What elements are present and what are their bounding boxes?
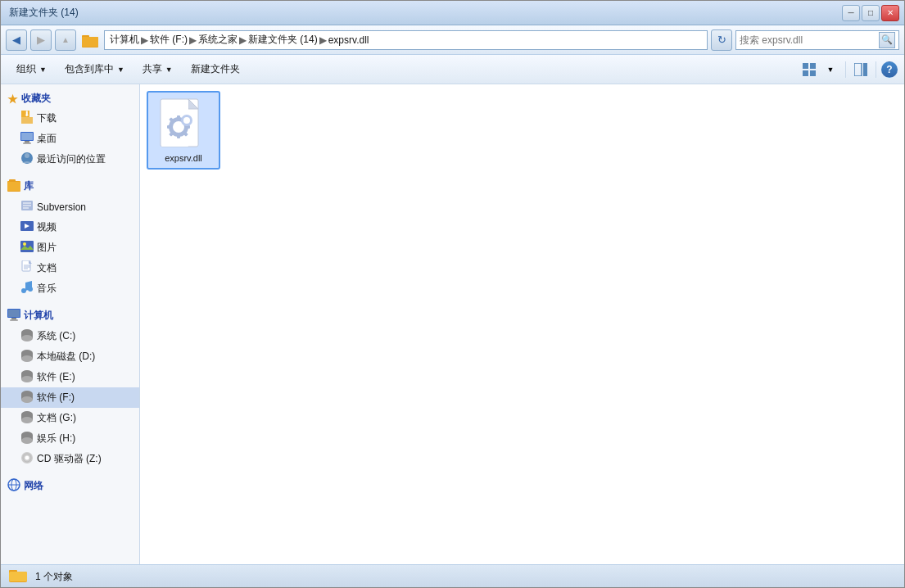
image-icon [20, 240, 34, 256]
breadcrumb-computer[interactable]: 计算机 [110, 33, 139, 47]
desktop-icon [20, 131, 34, 147]
svg-point-28 [23, 242, 26, 246]
sidebar-item-cd-z[interactable]: CD 驱动器 (Z:) [1, 449, 139, 469]
sidebar-item-image[interactable]: 图片 [1, 237, 139, 258]
sidebar-header-computer[interactable]: 计算机 [1, 305, 139, 326]
svg-point-42 [21, 335, 33, 341]
svg-point-54 [21, 417, 33, 423]
svg-rect-4 [810, 63, 816, 69]
file-name-expsrv: expsrv.dll [165, 153, 202, 163]
svg-rect-10 [21, 117, 33, 124]
view-button[interactable] [799, 60, 819, 79]
subversion-icon [20, 199, 34, 215]
sidebar-section-network: 网络 [1, 476, 139, 496]
svg-rect-2 [82, 37, 98, 47]
svg-rect-5 [803, 70, 808, 76]
disk-c-icon [20, 328, 34, 344]
breadcrumb-expsrv[interactable]: expsrv.dll [328, 34, 369, 46]
svg-point-59 [25, 456, 29, 460]
status-text: 1 个对象 [35, 570, 73, 584]
sidebar-header-favorites[interactable]: ★ 收藏夹 [1, 89, 139, 108]
sidebar-item-subversion[interactable]: Subversion [1, 197, 139, 217]
close-button[interactable]: ✕ [881, 5, 899, 21]
forward-button[interactable]: ▶ [30, 29, 52, 51]
new-folder-button[interactable]: 新建文件夹 [182, 58, 249, 81]
include-library-button[interactable]: 包含到库中 ▼ [56, 58, 133, 81]
music-icon [20, 281, 34, 296]
disk-e-icon [20, 369, 34, 385]
search-input[interactable] [740, 34, 879, 46]
back-button[interactable]: ◀ [6, 29, 27, 51]
svg-rect-14 [23, 142, 31, 144]
breadcrumb-xitongzhijia[interactable]: 系统之家 [198, 33, 238, 47]
up-button[interactable]: ▲ [55, 29, 76, 51]
document-icon [20, 260, 34, 276]
search-button[interactable]: 🔍 [879, 32, 895, 48]
svg-point-45 [21, 355, 33, 362]
svg-point-17 [25, 153, 29, 158]
svg-rect-6 [810, 70, 816, 76]
disk-g-icon [20, 410, 34, 426]
preview-pane-button[interactable] [851, 60, 871, 79]
sidebar-section-library: 库 Subversion [1, 176, 139, 299]
address-bar: ◀ ▶ ▲ 计算机 ▶ 软件 (F:) ▶ 系统之家 ▶ 新建文件夹 (14) … [1, 25, 904, 55]
svg-point-48 [21, 376, 33, 382]
sidebar-header-network[interactable]: 网络 [1, 476, 139, 496]
svg-point-57 [21, 437, 33, 444]
sidebar-item-download[interactable]: ⬇ 下载 [1, 108, 139, 129]
disk-h-icon [20, 431, 34, 446]
toolbar-right: ▼ ? [799, 60, 898, 79]
folder-icon [79, 29, 101, 51]
sidebar-item-document[interactable]: 文档 [1, 258, 139, 278]
svg-rect-82 [9, 572, 27, 581]
breadcrumb-software-f[interactable]: 软件 (F:) [150, 33, 188, 47]
svg-rect-15 [21, 133, 33, 140]
star-icon: ★ [7, 93, 18, 106]
maximize-button[interactable]: □ [862, 5, 880, 21]
sidebar-item-desktop[interactable]: 桌面 [1, 129, 139, 149]
share-button[interactable]: 共享 ▼ [133, 58, 182, 81]
sidebar-item-music[interactable]: 音乐 [1, 278, 139, 299]
svg-rect-71 [177, 134, 180, 138]
title-text: 新建文件夹 (14) [9, 6, 79, 20]
toolbar: 组织 ▼ 包含到库中 ▼ 共享 ▼ 新建文件夹 ▼ ? [1, 55, 904, 84]
svg-point-35 [28, 287, 33, 292]
address-path[interactable]: 计算机 ▶ 软件 (F:) ▶ 系统之家 ▶ 新建文件夹 (14) ▶ exps… [104, 30, 708, 50]
sidebar-item-entertainment-h[interactable]: 娱乐 (H:) [1, 428, 139, 449]
breadcrumb-new-folder[interactable]: 新建文件夹 (14) [248, 33, 318, 47]
sidebar-header-library[interactable]: 库 [1, 176, 139, 197]
sidebar-item-system-c[interactable]: 系统 (C:) [1, 326, 139, 346]
sidebar-item-recent[interactable]: 最近访问的位置 [1, 149, 139, 170]
svg-rect-8 [863, 63, 867, 76]
svg-rect-72 [167, 125, 171, 129]
video-icon [20, 219, 34, 235]
computer-icon [7, 308, 20, 323]
file-area: expsrv.dll [140, 84, 904, 564]
minimize-button[interactable]: ─ [842, 5, 860, 21]
sidebar-item-document-g[interactable]: 文档 (G:) [1, 408, 139, 428]
svg-rect-3 [803, 63, 808, 69]
sidebar-item-software-f[interactable]: 软件 (F:) [1, 387, 139, 408]
organize-button[interactable]: 组织 ▼ [7, 58, 56, 81]
cd-z-icon [20, 451, 34, 467]
file-item-expsrv-dll[interactable]: expsrv.dll [147, 91, 220, 170]
svg-rect-7 [854, 63, 862, 76]
library-icon [7, 179, 20, 194]
download-icon: ⬇ [20, 111, 34, 126]
disk-d-icon [20, 349, 34, 364]
svg-rect-38 [10, 319, 18, 321]
sidebar-item-software-e[interactable]: 软件 (E:) [1, 367, 139, 387]
sidebar-section-computer: 计算机 系统 (C:) [1, 305, 139, 469]
svg-point-79 [183, 117, 190, 124]
svg-rect-27 [20, 241, 34, 252]
view-dropdown-button[interactable]: ▼ [821, 60, 840, 79]
sidebar-item-local-d[interactable]: 本地磁盘 (D:) [1, 346, 139, 367]
svg-point-34 [21, 288, 26, 293]
refresh-button[interactable]: ↻ [711, 29, 732, 51]
sidebar-item-video[interactable]: 视频 [1, 217, 139, 237]
help-button[interactable]: ? [881, 61, 898, 78]
svg-text:⬇: ⬇ [24, 111, 30, 118]
status-bar: 1 个对象 [1, 564, 904, 588]
main-area: ★ 收藏夹 ⬇ 下载 [1, 84, 904, 564]
svg-rect-20 [7, 182, 20, 191]
